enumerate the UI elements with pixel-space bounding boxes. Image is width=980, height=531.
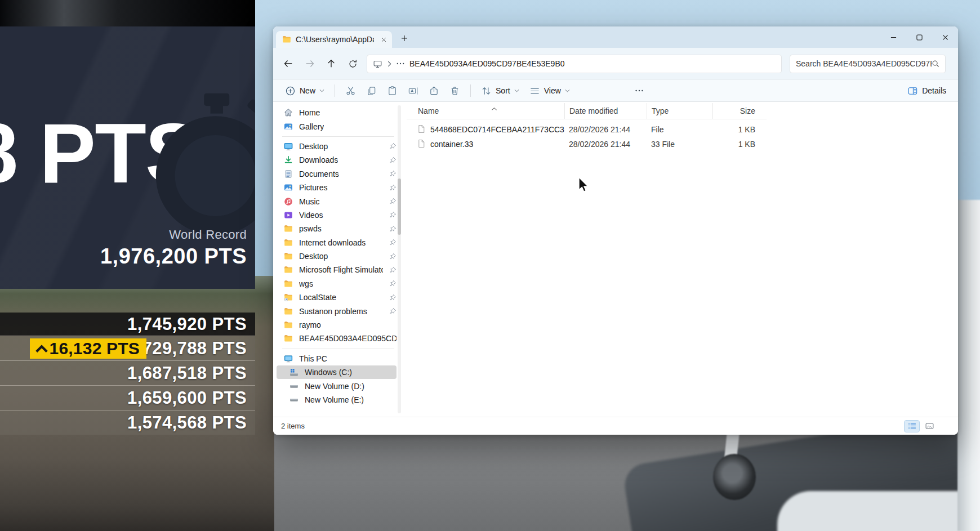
search-icon	[932, 60, 939, 68]
folder-icon	[284, 252, 293, 261]
back-button[interactable]	[278, 54, 299, 73]
aircraft-fuselage-edge	[957, 200, 980, 531]
forward-button[interactable]	[299, 54, 320, 73]
sidebar-item-new-volume-d[interactable]: New Volume (D:)	[277, 379, 397, 392]
paste-button[interactable]	[382, 82, 403, 100]
copy-icon	[366, 86, 377, 96]
breadcrumb-ellipsis[interactable]	[397, 63, 404, 65]
score-panel: 8 PTS World Record 1,976,200 PTS	[0, 26, 255, 289]
sidebar-separator	[282, 136, 394, 137]
address-row: BEA4E45D093A4ED095CD97BE4E53E9B0	[273, 48, 958, 79]
leaderboard-row: 16,132 PTS 1,729,788 PTS	[0, 336, 255, 360]
sidebar-item-wgs[interactable]: wgs	[277, 277, 397, 291]
sidebar-item-new-volume-e[interactable]: New Volume (E:)	[277, 393, 397, 407]
view-button[interactable]: View	[524, 82, 575, 100]
search-box[interactable]	[790, 55, 946, 73]
sidebar-item-internet-downloads[interactable]: Internet downloads	[277, 236, 397, 249]
sidebar-item-bea4e45d093a4ed095cd97be4e53[interactable]: BEA4E45D093A4ED095CD97BE4E53	[277, 332, 397, 345]
new-button[interactable]: New	[280, 82, 329, 100]
thumbnail-view-toggle[interactable]	[922, 421, 937, 432]
command-bar: New Sort View Det	[273, 79, 958, 102]
pin-icon	[389, 253, 397, 260]
stopwatch-icon	[152, 93, 255, 242]
this-pc-icon	[373, 59, 382, 69]
pin-icon	[389, 294, 397, 301]
pin-icon	[389, 225, 397, 233]
up-button[interactable]	[320, 54, 342, 73]
column-header-name[interactable]: Name	[407, 103, 564, 119]
delete-button[interactable]	[444, 82, 465, 100]
sidebar-item-raymo[interactable]: raymo	[277, 318, 397, 332]
folder-icon	[284, 238, 293, 247]
details-button[interactable]: Details	[902, 82, 951, 100]
column-header-size[interactable]: Size	[712, 103, 767, 119]
sidebar-item-downloads[interactable]: Downloads	[277, 153, 397, 167]
search-input[interactable]	[796, 59, 932, 68]
new-tab-button[interactable]	[398, 32, 411, 44]
world-record-value: 1,976,200 PTS	[100, 244, 247, 269]
pin-icon	[389, 198, 397, 205]
details-view-toggle[interactable]	[905, 421, 919, 432]
more-options-button[interactable]	[629, 82, 649, 100]
desktop-icon	[284, 142, 293, 151]
item-count: 2 items	[281, 422, 305, 430]
sidebar-item-sustanon-problems[interactable]: Sustanon problems	[277, 304, 397, 318]
screen: 8 PTS World Record 1,976,200 PTS 1,745,9…	[0, 0, 980, 531]
title-bar[interactable]: C:\Users\raymo\AppData\Loc	[273, 26, 958, 48]
pin-icon	[389, 142, 397, 150]
sidebar-item-pswds[interactable]: pswds	[277, 222, 397, 235]
sidebar-item-desktop[interactable]: Desktop	[277, 140, 397, 153]
breadcrumb-current-folder[interactable]: BEA4E45D093A4ED095CD97BE4E53E9B0	[409, 59, 565, 68]
maximize-button[interactable]	[906, 26, 932, 48]
column-headers: Name Date modified Type Size	[407, 103, 767, 119]
tab-close-button[interactable]	[378, 34, 389, 44]
sidebar-item-this-pc[interactable]: This PC	[277, 352, 397, 365]
column-header-date-modified[interactable]: Date modified	[564, 103, 647, 119]
sidebar-item-localstate[interactable]: LocalState	[277, 291, 397, 304]
file-list-pane[interactable]: Name Date modified Type Size 544868EDC07…	[402, 102, 958, 417]
minimize-button[interactable]	[880, 26, 906, 48]
sidebar-item-windows-c[interactable]: Windows (C:)	[277, 365, 397, 379]
sidebar-item-microsoft-flight-simulator-2024[interactable]: Microsoft Flight Simulator 2024	[277, 263, 397, 276]
more-icon	[634, 86, 644, 96]
window-body: Home Gallery Desktop Downloads Documents	[273, 102, 958, 417]
file-row[interactable]: 544868EDC0714FCEBAA211F73CC3D873 28/02/2…	[407, 122, 958, 137]
file-row[interactable]: container.33 28/02/2026 21:44 33 File 1 …	[407, 137, 958, 151]
sidebar-scrollbar[interactable]	[398, 105, 401, 413]
share-icon	[429, 86, 439, 96]
chevron-down-icon	[514, 89, 519, 92]
sidebar-item-gallery[interactable]: Gallery	[277, 119, 397, 133]
toolbar-separator	[470, 84, 471, 97]
copy-button[interactable]	[361, 82, 382, 100]
column-header-type[interactable]: Type	[647, 103, 712, 119]
windows-drive-icon	[289, 368, 299, 377]
folder-icon	[282, 35, 291, 44]
sidebar-item-music[interactable]: Music	[277, 194, 397, 208]
address-bar[interactable]: BEA4E45D093A4ED095CD97BE4E53E9B0	[367, 55, 782, 73]
share-button[interactable]	[424, 82, 444, 100]
sidebar-item-videos[interactable]: Videos	[277, 208, 397, 222]
sidebar-item-desktop[interactable]: Desktop	[277, 249, 397, 263]
view-icon	[529, 86, 540, 96]
window-controls	[880, 26, 958, 48]
cut-button[interactable]	[340, 82, 361, 100]
chevron-up-icon	[35, 344, 48, 353]
folder-icon	[284, 265, 293, 274]
sidebar-item-home[interactable]: Home	[277, 106, 397, 119]
details-pane-icon	[907, 86, 918, 96]
explorer-tab[interactable]: C:\Users\raymo\AppData\Loc	[276, 31, 392, 48]
folder-icon	[284, 307, 293, 316]
drive-icon	[289, 395, 299, 404]
downloads-icon	[284, 155, 293, 164]
sort-icon	[481, 86, 492, 96]
rename-button[interactable]	[403, 82, 424, 100]
pc-icon	[284, 354, 293, 363]
sidebar-item-pictures[interactable]: Pictures	[277, 181, 397, 194]
sort-button[interactable]: Sort	[476, 82, 524, 100]
pin-icon	[389, 157, 397, 164]
sidebar-item-documents[interactable]: Documents	[277, 167, 397, 181]
refresh-button[interactable]	[342, 54, 363, 73]
file-rows: 544868EDC0714FCEBAA211F73CC3D873 28/02/2…	[407, 122, 958, 151]
close-button[interactable]	[932, 26, 958, 48]
scrollbar-thumb[interactable]	[398, 179, 401, 235]
